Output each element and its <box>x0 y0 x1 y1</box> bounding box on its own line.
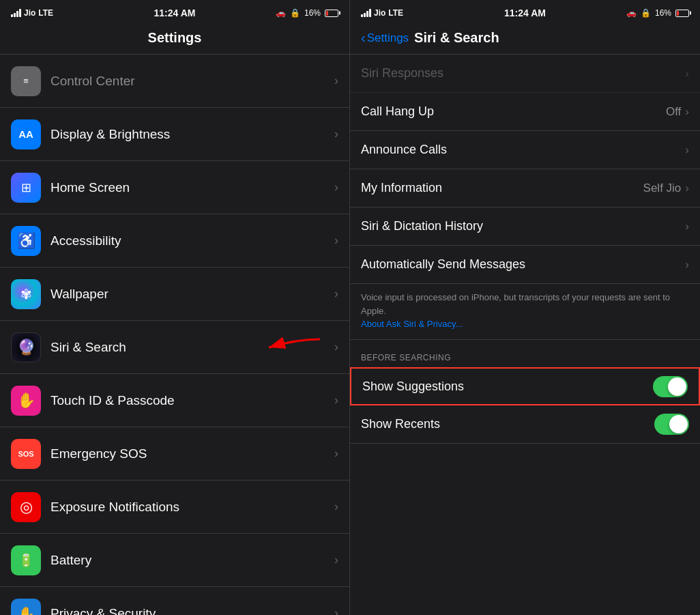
section-header-text: BEFORE SEARCHING <box>361 353 451 362</box>
before-searching-header: BEFORE SEARCHING <box>350 340 700 367</box>
privacy-note-section: Voice input is processed on iPhone, but … <box>350 284 700 340</box>
back-button[interactable]: ‹ Settings <box>361 30 409 46</box>
settings-item-emergency-sos[interactable]: SOS Emergency SOS › <box>0 427 349 481</box>
right-item-announce-calls[interactable]: Announce Calls › <box>350 131 700 169</box>
control-center-icon: ≡ <box>11 66 41 96</box>
control-center-label: Control Center <box>50 74 334 89</box>
left-carrier: Jio LTE <box>11 8 53 18</box>
right-car-icon: 🚗 <box>626 8 637 18</box>
battery-label: Battery <box>50 553 334 568</box>
privacy-link[interactable]: About Ask Siri & Privacy... <box>361 319 463 329</box>
right-item-my-information[interactable]: My Information Self Jio › <box>350 169 700 208</box>
home-screen-icon: ⊞ <box>11 173 41 203</box>
announce-calls-label: Announce Calls <box>361 133 685 167</box>
call-hang-up-label: Call Hang Up <box>361 95 666 128</box>
back-chevron-icon: ‹ <box>361 30 366 46</box>
my-information-value: Self Jio <box>643 182 682 195</box>
show-suggestions-label: Show Suggestions <box>362 370 653 403</box>
announce-calls-chevron: › <box>685 143 689 157</box>
settings-item-privacy[interactable]: ✋ Privacy & Security › <box>0 587 349 615</box>
emergency-sos-label: Emergency SOS <box>50 446 334 461</box>
exposure-label: Exposure Notifications <box>50 500 334 515</box>
wallpaper-chevron: › <box>334 287 338 301</box>
control-center-chevron: › <box>334 74 338 88</box>
home-screen-label: Home Screen <box>50 180 334 195</box>
settings-item-wallpaper[interactable]: ✾ Wallpaper › <box>0 268 349 321</box>
privacy-label: Privacy & Security <box>50 606 334 616</box>
emergency-sos-chevron: › <box>334 446 338 461</box>
left-panel: Jio LTE 11:24 AM 🚗 🔒 16% Settings ≡ Cont… <box>0 0 350 615</box>
right-item-show-suggestions[interactable]: Show Suggestions <box>350 367 700 405</box>
left-status-bar: Jio LTE 11:24 AM 🚗 🔒 16% <box>0 0 349 25</box>
right-item-siri-responses[interactable]: Siri Responses › <box>350 55 700 93</box>
siri-responses-label: Siri Responses <box>361 57 685 90</box>
right-nav-bar: ‹ Settings Siri & Search <box>350 25 700 55</box>
siri-search-title: Siri & Search <box>414 30 499 46</box>
lock-icon: 🔒 <box>290 8 300 18</box>
touch-id-label: Touch ID & Passcode <box>50 393 334 408</box>
auto-send-label: Automatically Send Messages <box>361 248 685 281</box>
battery-chevron: › <box>334 553 338 567</box>
show-suggestions-toggle-switch[interactable] <box>653 376 688 397</box>
siri-dictation-chevron: › <box>685 220 689 233</box>
call-hang-up-chevron: › <box>685 105 689 119</box>
left-battery: 🚗 🔒 16% <box>276 8 338 18</box>
settings-item-display[interactable]: AA Display & Brightness › <box>0 108 349 161</box>
accessibility-chevron: › <box>334 233 338 248</box>
show-recents-label: Show Recents <box>361 407 654 441</box>
right-item-siri-dictation-history[interactable]: Siri & Dictation History › <box>350 208 700 246</box>
privacy-icon: ✋ <box>11 599 41 616</box>
siri-chevron: › <box>334 340 338 354</box>
siri-dictation-label: Siri & Dictation History <box>361 210 685 243</box>
red-arrow-icon <box>255 334 323 361</box>
settings-item-home-screen[interactable]: ⊞ Home Screen › <box>0 161 349 214</box>
toggle-knob <box>668 377 686 396</box>
right-battery-icon <box>675 10 689 17</box>
settings-title: Settings <box>148 30 202 45</box>
right-status-bar: Jio LTE 11:24 AM 🚗 🔒 16% <box>350 0 700 25</box>
siri-responses-chevron: › <box>685 67 689 81</box>
home-screen-chevron: › <box>334 180 338 195</box>
settings-item-touch-id[interactable]: ✋ Touch ID & Passcode › <box>0 374 349 427</box>
privacy-chevron: › <box>334 606 338 615</box>
settings-item-siri[interactable]: 🔮 Siri & Search › <box>0 321 349 374</box>
show-recents-knob <box>669 415 688 433</box>
right-lock-icon: 🔒 <box>641 8 651 18</box>
touch-id-icon: ✋ <box>11 386 41 416</box>
accessibility-icon: ♿ <box>11 226 41 256</box>
auto-send-chevron: › <box>685 258 689 272</box>
display-icon: AA <box>11 119 41 149</box>
call-hang-up-value: Off <box>666 105 681 119</box>
settings-item-battery[interactable]: 🔋 Battery › <box>0 534 349 587</box>
right-item-auto-send[interactable]: Automatically Send Messages › <box>350 246 700 284</box>
battery-icon <box>325 10 338 17</box>
my-information-label: My Information <box>361 171 643 205</box>
right-signal-icon <box>361 9 371 17</box>
settings-item-accessibility[interactable]: ♿ Accessibility › <box>0 214 349 268</box>
emergency-sos-icon: SOS <box>11 439 41 469</box>
right-item-call-hang-up[interactable]: Call Hang Up Off › <box>350 93 700 131</box>
exposure-icon: ◎ <box>11 492 41 522</box>
signal-icon <box>11 9 21 17</box>
privacy-note-text: Voice input is processed on iPhone, but … <box>361 292 670 316</box>
right-battery: 🚗 🔒 16% <box>626 8 689 18</box>
show-recents-toggle-switch[interactable] <box>654 414 689 435</box>
exposure-chevron: › <box>334 500 338 514</box>
accessibility-label: Accessibility <box>50 233 334 248</box>
settings-item-control-center[interactable]: ≡ Control Center › <box>0 55 349 108</box>
show-suggestions-toggle[interactable] <box>653 376 688 397</box>
my-information-chevron: › <box>685 182 689 195</box>
settings-title-bar: Settings <box>0 25 349 55</box>
touch-id-chevron: › <box>334 393 338 407</box>
settings-list: ≡ Control Center › AA Display & Brightne… <box>0 55 349 615</box>
battery-settings-icon: 🔋 <box>11 545 41 575</box>
settings-item-exposure[interactable]: ◎ Exposure Notifications › <box>0 481 349 534</box>
display-chevron: › <box>334 127 338 141</box>
wallpaper-label: Wallpaper <box>50 287 334 302</box>
right-panel: Jio LTE 11:24 AM 🚗 🔒 16% ‹ Settings Siri… <box>350 0 700 615</box>
left-time: 11:24 AM <box>154 8 196 18</box>
right-time: 11:24 AM <box>504 8 546 18</box>
right-item-show-recents[interactable]: Show Recents <box>350 405 700 444</box>
show-recents-toggle[interactable] <box>654 414 689 435</box>
display-label: Display & Brightness <box>50 127 334 142</box>
